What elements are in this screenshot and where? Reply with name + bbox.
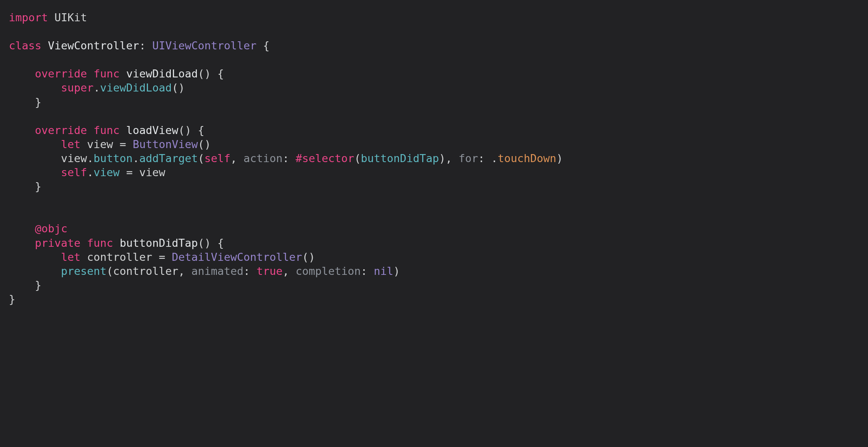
code-token: } bbox=[9, 180, 41, 193]
code-token: : bbox=[361, 265, 374, 277]
code-token: ( bbox=[198, 152, 204, 165]
code-line: } bbox=[9, 279, 41, 291]
code-token bbox=[9, 237, 35, 249]
code-token: () bbox=[302, 251, 316, 263]
code-token: () { bbox=[198, 237, 224, 249]
code-token: buttonDidTap bbox=[361, 152, 439, 165]
code-token: : bbox=[283, 152, 296, 165]
code-token: nil bbox=[374, 265, 393, 277]
code-token bbox=[9, 81, 61, 94]
code-line: view.button.addTarget(self, action: #sel… bbox=[9, 152, 563, 165]
code-token bbox=[41, 39, 48, 52]
code-token: { bbox=[257, 39, 270, 52]
code-token bbox=[81, 237, 87, 249]
code-token: present bbox=[61, 265, 107, 277]
code-token bbox=[119, 67, 126, 80]
code-token: ), bbox=[439, 152, 459, 165]
code-token: for bbox=[459, 152, 478, 165]
code-line: import UIKit bbox=[9, 11, 87, 24]
code-token: (controller, bbox=[107, 265, 191, 277]
code-token bbox=[9, 166, 61, 179]
code-token: viewDidLoad bbox=[100, 81, 172, 94]
code-line: override func viewDidLoad() { bbox=[9, 67, 224, 80]
code-token: class bbox=[9, 39, 41, 52]
code-token: : bbox=[139, 39, 152, 52]
code-token: () bbox=[198, 138, 211, 150]
code-token: view = bbox=[81, 138, 133, 150]
code-token: func bbox=[93, 67, 119, 80]
code-token: () { bbox=[178, 124, 204, 136]
code-token: ViewController bbox=[48, 39, 140, 52]
code-token: loadView bbox=[126, 124, 178, 136]
code-token: completion bbox=[295, 265, 361, 277]
code-token: ) bbox=[393, 265, 400, 277]
code-token: view. bbox=[9, 152, 93, 165]
code-token bbox=[9, 222, 35, 235]
code-token bbox=[9, 138, 61, 150]
code-token: let bbox=[61, 251, 81, 263]
code-token: override bbox=[35, 124, 87, 136]
code-token bbox=[9, 265, 61, 277]
code-token: import bbox=[9, 11, 48, 24]
code-token bbox=[87, 67, 93, 80]
code-token: true bbox=[257, 265, 283, 277]
code-token: = view bbox=[119, 166, 165, 179]
code-token: view bbox=[93, 166, 119, 179]
code-line: } bbox=[9, 180, 41, 193]
code-token: button bbox=[93, 152, 133, 165]
code-line: @objc bbox=[9, 222, 67, 235]
code-token: controller = bbox=[81, 251, 172, 263]
code-line: let controller = DetailViewController() bbox=[9, 251, 315, 263]
code-token: #selector bbox=[295, 152, 354, 165]
code-token bbox=[9, 251, 61, 263]
code-line: } bbox=[9, 96, 41, 108]
code-token: super bbox=[61, 81, 93, 94]
code-token: , bbox=[231, 152, 244, 165]
code-line: present(controller, animated: true, comp… bbox=[9, 265, 400, 277]
code-token: let bbox=[61, 138, 81, 150]
code-line: super.viewDidLoad() bbox=[9, 81, 185, 94]
code-token: animated bbox=[191, 265, 243, 277]
code-token bbox=[119, 124, 126, 136]
code-line: let view = ButtonView() bbox=[9, 138, 211, 150]
code-line: } bbox=[9, 293, 15, 305]
code-token: override bbox=[35, 67, 87, 80]
code-token: : bbox=[243, 265, 257, 277]
code-token: ( bbox=[354, 152, 361, 165]
code-token: addTarget bbox=[139, 152, 198, 165]
code-token: func bbox=[87, 237, 113, 249]
code-token: self bbox=[204, 152, 231, 165]
code-token bbox=[113, 237, 119, 249]
code-token: DetailViewController bbox=[172, 251, 302, 263]
code-token: UIViewController bbox=[152, 39, 257, 52]
code-token bbox=[48, 11, 55, 24]
code-token bbox=[9, 124, 35, 136]
code-token: ButtonView bbox=[133, 138, 198, 150]
code-token: : . bbox=[478, 152, 498, 165]
code-token: } bbox=[9, 293, 15, 305]
code-line: private func buttonDidTap() { bbox=[9, 237, 224, 249]
code-token: . bbox=[133, 152, 139, 165]
code-token: ) bbox=[556, 152, 563, 165]
code-token: @objc bbox=[35, 222, 67, 235]
code-line: self.view = view bbox=[9, 166, 165, 179]
code-token: . bbox=[87, 166, 93, 179]
code-token: touchDown bbox=[498, 152, 556, 165]
code-token bbox=[9, 67, 35, 80]
code-token: . bbox=[93, 81, 100, 94]
code-token: , bbox=[283, 265, 296, 277]
code-token: () bbox=[172, 81, 185, 94]
code-token: } bbox=[9, 96, 41, 108]
code-line: override func loadView() { bbox=[9, 124, 204, 136]
code-token: private bbox=[35, 237, 81, 249]
code-token: self bbox=[61, 166, 87, 179]
code-token: func bbox=[93, 124, 119, 136]
code-token: UIKit bbox=[55, 11, 87, 24]
code-token: viewDidLoad bbox=[126, 67, 198, 80]
code-token: () { bbox=[198, 67, 224, 80]
code-token: buttonDidTap bbox=[119, 237, 198, 249]
code-token: action bbox=[243, 152, 283, 165]
code-line: class ViewController: UIViewController { bbox=[9, 39, 269, 52]
code-block: import UIKit class ViewController: UIVie… bbox=[0, 0, 868, 317]
code-token: } bbox=[9, 279, 41, 291]
